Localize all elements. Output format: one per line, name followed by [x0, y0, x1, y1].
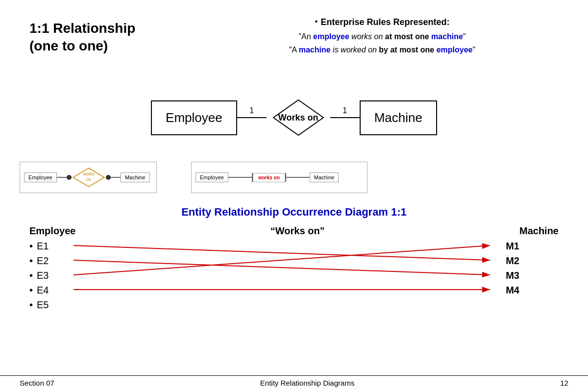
occ-row-m4: M4 [506, 285, 519, 296]
occ-row-m1: M1 [506, 241, 519, 252]
small-diagram-2: Employee works on Machine [191, 162, 368, 193]
sd2-machine-box: Machine [310, 172, 339, 182]
occ-row-e4: • E4 [29, 285, 66, 296]
occurrence-rows: • E1 • E2 • E3 • E4 • E5 M1 M2 M3 M4 [29, 241, 559, 324]
small-diagram-1: Employee works on Machine [20, 162, 157, 193]
right-cardinality: 1 [330, 106, 360, 115]
svg-line-5 [74, 245, 490, 260]
sd1-machine-box: Machine [121, 172, 150, 182]
sd2-right-line [285, 177, 310, 178]
occ-row-m2: M2 [506, 255, 519, 267]
er-diagram: Employee 1 Works on 1 Machine [0, 78, 588, 157]
occ-row-e5: • E5 [29, 299, 66, 311]
occ-header-employee: Employee [29, 225, 75, 237]
footer-left: Section 07 [20, 379, 54, 387]
sd2-employee-box: Employee [196, 172, 228, 182]
footer-right: 12 [560, 379, 568, 387]
left-line [237, 117, 267, 118]
sd2-left-line [228, 177, 253, 178]
relationship-label: Works on [278, 113, 318, 123]
sd2-right-tick [285, 173, 286, 182]
employee-entity: Employee [151, 100, 237, 135]
machine-entity: Machine [360, 100, 437, 135]
sd2-left-tick [252, 173, 253, 182]
sd1-line2 [111, 177, 121, 178]
bullet-icon: • [315, 15, 318, 29]
main-heading: 1:1 Relationship (one to one) [29, 20, 135, 55]
sd1-diamond-container: works on [72, 167, 106, 188]
enterprise-rules-block: • Enterprise Rules Represented: "An empl… [206, 15, 559, 56]
sd2-worksOn-label: works on [253, 173, 285, 182]
heading-line2: (one to one) [29, 37, 135, 55]
enterprise-title: Enterprise Rules Represented: [320, 15, 449, 30]
sd1-line1 [57, 177, 67, 178]
heading-line1: 1:1 Relationship [29, 20, 135, 37]
occ-header-machine: Machine [519, 225, 559, 237]
sd1-diamond-svg: works on [72, 167, 106, 188]
occ-row-e3: • E3 [29, 270, 66, 281]
occurrence-title: Entity Relationship Occurrence Diagram 1… [0, 206, 588, 219]
occ-row-e1: • E1 [29, 241, 66, 252]
svg-line-6 [74, 260, 490, 275]
footer: Section 07 Entity Relationship Diagrams … [0, 375, 588, 387]
sd1-dot-left [67, 175, 72, 180]
quote-line-1: "An employee works on at most one machin… [206, 30, 559, 43]
left-connector: 1 [237, 117, 267, 118]
occurrence-arrows-svg [29, 241, 559, 324]
svg-line-7 [74, 245, 490, 275]
occ-row-e2: • E2 [29, 255, 66, 267]
svg-text:on: on [86, 177, 91, 182]
occ-row-m3: M3 [506, 270, 519, 281]
svg-text:works: works [82, 172, 95, 176]
occurrence-headers: Employee “Works on” Machine [29, 225, 559, 237]
left-cardinality: 1 [237, 106, 267, 115]
footer-center: Entity Relationship Diagrams [260, 379, 355, 387]
occ-header-workson: “Works on” [75, 225, 519, 237]
right-connector: 1 [330, 117, 360, 118]
right-line [330, 117, 360, 118]
small-diagrams-row: Employee works on Machine Employee works… [20, 162, 568, 193]
sd1-employee-box: Employee [24, 172, 57, 182]
sd1-dot-right [106, 175, 111, 180]
quote-line-2: "A machine is worked on by at most one e… [206, 43, 559, 56]
relationship-diamond: Works on [271, 98, 325, 137]
occurrence-section: Employee “Works on” Machine • E1 • E2 • … [29, 225, 559, 324]
